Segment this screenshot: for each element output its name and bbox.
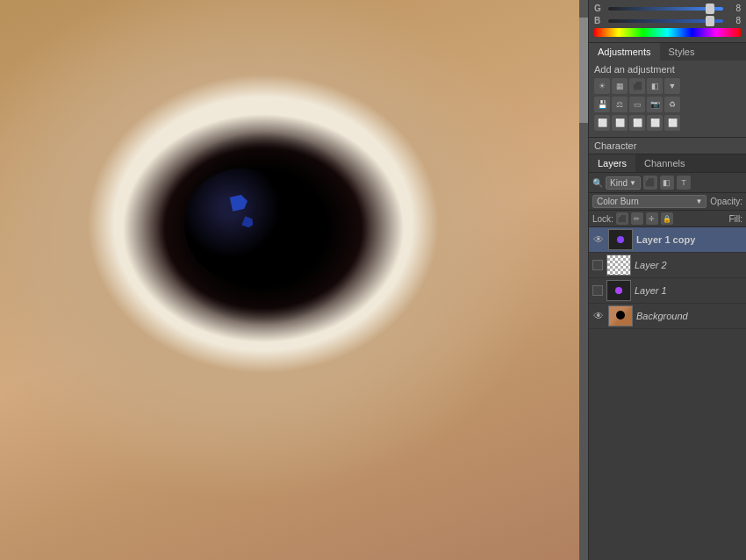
slider-b-track[interactable] bbox=[608, 19, 723, 23]
adj-selectivecolor-icon[interactable]: ⬜ bbox=[647, 115, 663, 131]
adj-curves-icon[interactable]: ⬛ bbox=[629, 78, 645, 94]
character-title: Character bbox=[594, 140, 636, 151]
layer1copy-name: Layer 1 copy bbox=[636, 234, 695, 245]
adj-invert-icon[interactable]: ⬜ bbox=[594, 115, 610, 131]
canvas-scrollbar[interactable] bbox=[579, 0, 588, 560]
blend-mode-value: Color Burn bbox=[597, 197, 639, 206]
adjustment-icons-row1: ☀ ▦ ⬛ ◧ ▼ bbox=[594, 78, 741, 94]
adj-levels-icon[interactable]: ▦ bbox=[612, 78, 628, 94]
adj-gradient-icon[interactable]: ⬜ bbox=[664, 115, 680, 131]
fill-label: Fill: bbox=[728, 214, 742, 224]
visibility-background-icon[interactable]: 👁 bbox=[592, 310, 605, 322]
blend-dropdown-arrow: ▼ bbox=[695, 197, 702, 205]
slider-g-value: 8 bbox=[727, 4, 741, 13]
layer1-name: Layer 1 bbox=[635, 285, 667, 296]
kind-label: Kind bbox=[610, 178, 628, 188]
adj-vibrance-icon[interactable]: ▼ bbox=[664, 78, 680, 94]
kind-dropdown[interactable]: Kind ▼ bbox=[606, 176, 641, 190]
tab-adjustments[interactable]: Adjustments bbox=[589, 43, 660, 61]
slider-row-b: B 8 bbox=[594, 16, 741, 25]
background-name: Background bbox=[636, 311, 688, 321]
visibility-layer2-checkbox[interactable] bbox=[592, 260, 603, 270]
adj-bw-icon[interactable]: ▭ bbox=[629, 97, 645, 112]
search-icon: 🔍 bbox=[592, 178, 603, 188]
adjustment-icons-row3: ⬜ ⬜ ⬜ ⬜ ⬜ bbox=[594, 115, 741, 131]
color-bar bbox=[594, 28, 741, 37]
slider-b-value: 8 bbox=[727, 16, 741, 25]
slider-row-g: G 8 bbox=[594, 4, 741, 13]
lock-transparency-icon[interactable]: ⬛ bbox=[616, 212, 628, 225]
blend-mode-row: Color Burn ▼ Opacity: bbox=[589, 193, 746, 211]
background-thumb bbox=[608, 305, 633, 327]
opacity-label: Opacity: bbox=[710, 197, 742, 206]
lock-position-icon[interactable]: ✛ bbox=[646, 212, 658, 225]
visibility-layer1-checkbox[interactable] bbox=[592, 285, 603, 296]
slider-g-thumb[interactable] bbox=[706, 4, 714, 14]
layer-filter-adj-icon[interactable]: ◧ bbox=[660, 176, 674, 190]
layer2-name: Layer 2 bbox=[635, 260, 667, 270]
slider-b-thumb[interactable] bbox=[706, 16, 714, 26]
adjustments-tabs: Adjustments Styles bbox=[589, 43, 746, 61]
lock-row: Lock: ⬛ ✏ ✛ 🔒 Fill: bbox=[589, 211, 746, 227]
adjustments-panel: Adjustments Styles Add an adjustment ☀ ▦… bbox=[589, 43, 746, 138]
layers-panel: Layers Channels 🔍 Kind ▼ ⬛ ◧ T Color Bur… bbox=[589, 154, 746, 560]
canvas-area bbox=[0, 0, 588, 560]
eye-highlight2 bbox=[240, 215, 255, 228]
slider-b-label: B bbox=[594, 16, 605, 25]
lock-text: Lock: bbox=[592, 214, 613, 224]
right-panel: G 8 B 8 Adjustments Styles Add an adjust… bbox=[588, 0, 746, 560]
layer-filter-type-icon[interactable]: T bbox=[677, 176, 691, 190]
layers-toolbar: 🔍 Kind ▼ ⬛ ◧ T bbox=[589, 173, 746, 193]
lock-pixels-icon[interactable]: ✏ bbox=[631, 212, 643, 225]
slider-g-label: G bbox=[594, 4, 605, 13]
adj-brightness-icon[interactable]: ☀ bbox=[594, 78, 610, 94]
character-panel: Character bbox=[589, 138, 746, 154]
adjustments-content: Add an adjustment ☀ ▦ ⬛ ◧ ▼ 💾 ⚖ ▭ 📷 ♻ ⬜ … bbox=[589, 61, 746, 137]
blend-mode-dropdown[interactable]: Color Burn ▼ bbox=[592, 195, 707, 208]
adj-posterize-icon[interactable]: ⬜ bbox=[612, 115, 628, 131]
scrollbar-thumb[interactable] bbox=[579, 18, 588, 123]
layer1-thumb bbox=[606, 280, 631, 301]
adj-exposure-icon[interactable]: ◧ bbox=[647, 78, 663, 94]
tab-channels[interactable]: Channels bbox=[635, 154, 693, 172]
layer-row-layer2[interactable]: Layer 2 bbox=[589, 253, 746, 278]
lock-all-icon[interactable]: 🔒 bbox=[661, 212, 673, 225]
canvas-image bbox=[0, 0, 588, 560]
adjustments-title: Add an adjustment bbox=[594, 64, 741, 75]
layer2-thumb bbox=[606, 255, 631, 276]
layer-row-layer1copy[interactable]: 👁 Layer 1 copy bbox=[589, 227, 746, 253]
slider-g-track[interactable] bbox=[608, 7, 723, 11]
adjustment-icons-row2: 💾 ⚖ ▭ 📷 ♻ bbox=[594, 97, 741, 112]
kind-chevron: ▼ bbox=[629, 179, 636, 187]
layer-row-background[interactable]: 👁 Background bbox=[589, 304, 746, 329]
layer1copy-thumb bbox=[608, 229, 633, 250]
adj-colorbalance-icon[interactable]: ⚖ bbox=[612, 97, 628, 112]
adj-photofilter-icon[interactable]: 📷 bbox=[647, 97, 663, 112]
eye-iris bbox=[184, 169, 298, 281]
layer-row-layer1[interactable]: Layer 1 bbox=[589, 278, 746, 304]
tab-styles[interactable]: Styles bbox=[660, 43, 704, 61]
layer-filter-pixel-icon[interactable]: ⬛ bbox=[643, 176, 657, 190]
tab-layers[interactable]: Layers bbox=[589, 154, 635, 172]
layers-tabs: Layers Channels bbox=[589, 154, 746, 173]
adj-hsl-icon[interactable]: 💾 bbox=[594, 97, 610, 112]
eye-highlight bbox=[226, 192, 250, 213]
visibility-layer1copy-icon[interactable]: 👁 bbox=[592, 233, 605, 246]
top-controls: G 8 B 8 bbox=[589, 0, 746, 43]
adj-channelmixer-icon[interactable]: ♻ bbox=[664, 97, 680, 112]
adj-threshold-icon[interactable]: ⬜ bbox=[629, 115, 645, 131]
